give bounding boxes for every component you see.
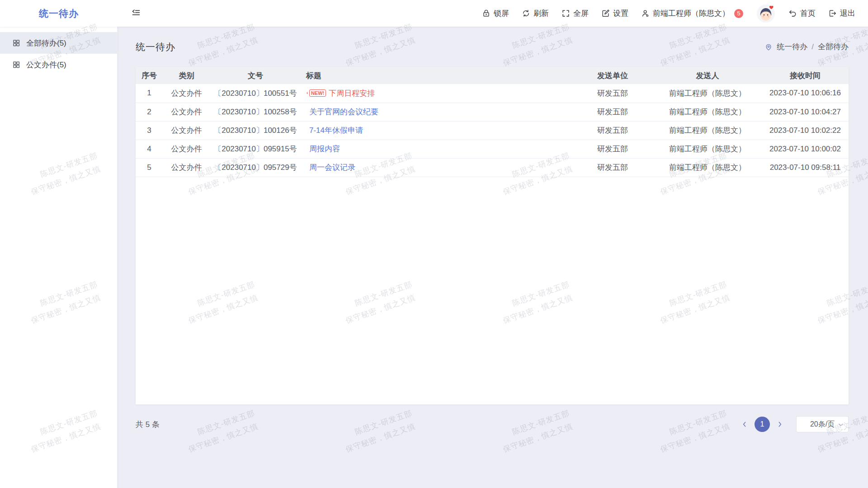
sidebar-item-label: 全部待办(5) xyxy=(26,38,66,48)
cell-time: 2023-07-10 10:00:02 xyxy=(762,140,849,158)
logout-icon xyxy=(828,9,837,18)
doc-title-link[interactable]: 下周日程安排 xyxy=(329,89,375,98)
table-row[interactable]: 5 公文办件 〔20230710〕095729号 周一会议记录 研发五部 前端工… xyxy=(136,158,849,177)
sidebar-item-official-docs[interactable]: 公文办件(5) xyxy=(0,54,117,75)
cell-no: 4 xyxy=(136,140,163,158)
column-header-title: 标题 xyxy=(301,67,572,84)
refresh-icon xyxy=(522,9,530,18)
cell-unit: 研发五部 xyxy=(572,158,653,177)
sidebar: 全部待办(5) 公文办件(5) xyxy=(0,27,118,488)
cell-category: 公文办件 xyxy=(163,140,210,158)
cell-sender: 前端工程师（陈思文） xyxy=(653,103,762,121)
table-row[interactable]: 1 公文办件 〔20230710〕100551号 NEW!下周日程安排 研发五部… xyxy=(136,84,849,103)
lock-icon xyxy=(482,9,491,18)
cell-doc-no: 〔20230710〕095915号 xyxy=(210,140,301,158)
pagination: 1 20条/页 xyxy=(741,416,849,432)
notification-badge: 5 xyxy=(734,9,743,18)
logout-label: 退出 xyxy=(840,8,855,19)
menu-fold-icon xyxy=(131,9,141,18)
current-page[interactable]: 1 xyxy=(755,417,770,432)
fullscreen-icon xyxy=(561,9,570,18)
app-logo: 统一待办 xyxy=(0,7,118,20)
home-button[interactable]: 首页 xyxy=(788,8,816,19)
breadcrumb-item[interactable]: 统一待办 xyxy=(777,42,807,52)
cell-doc-no: 〔20230710〕095729号 xyxy=(210,158,301,177)
table-row[interactable]: 3 公文办件 〔20230710〕100126号 7-14年休假申请 研发五部 … xyxy=(136,121,849,140)
lock-screen-label: 锁屏 xyxy=(494,8,509,19)
cell-doc-no: 〔20230710〕100126号 xyxy=(210,121,301,140)
cell-category: 公文办件 xyxy=(163,121,210,140)
header-actions: 锁屏 刷新 全屏 xyxy=(482,4,868,23)
breadcrumb-separator: / xyxy=(811,42,814,52)
cell-unit: 研发五部 xyxy=(572,140,653,158)
chevron-right-icon xyxy=(776,421,783,428)
refresh-button[interactable]: 刷新 xyxy=(522,8,549,19)
home-label: 首页 xyxy=(800,8,816,19)
cell-time: 2023-07-10 09:58:11 xyxy=(762,158,849,177)
settings-label: 设置 xyxy=(613,8,628,19)
grid-icon xyxy=(12,39,20,47)
cell-time: 2023-07-10 10:02:22 xyxy=(762,121,849,140)
cell-sender: 前端工程师（陈思文） xyxy=(653,140,762,158)
chevron-down-icon xyxy=(838,422,844,428)
location-pin-icon xyxy=(764,43,773,51)
breadcrumb: 统一待办 / 全部待办 xyxy=(764,42,849,52)
doc-title-link[interactable]: 关于官网的会议纪要 xyxy=(309,108,378,116)
table-row[interactable]: 4 公文办件 〔20230710〕095915号 周报内容 研发五部 前端工程师… xyxy=(136,140,849,158)
page-head: 统一待办 统一待办 / 全部待办 xyxy=(136,27,849,67)
cell-sender: 前端工程师（陈思文） xyxy=(653,84,762,103)
doc-title-link[interactable]: 7-14年休假申请 xyxy=(309,126,363,135)
table-row[interactable]: 2 公文办件 〔20230710〕100258号 关于官网的会议纪要 研发五部 … xyxy=(136,103,849,121)
refresh-label: 刷新 xyxy=(533,8,549,19)
cell-no: 3 xyxy=(136,121,163,140)
user-menu[interactable]: 前端工程师（陈思文） 5 xyxy=(641,8,743,19)
cell-category: 公文办件 xyxy=(163,84,210,103)
cell-sender: 前端工程师（陈思文） xyxy=(653,121,762,140)
back-home-icon xyxy=(788,9,797,18)
cell-no: 2 xyxy=(136,103,163,121)
cell-time: 2023-07-10 10:06:16 xyxy=(762,84,849,103)
column-header-sender: 发送人 xyxy=(653,67,762,84)
grid-icon xyxy=(12,61,20,69)
menu-fold-button[interactable] xyxy=(131,9,141,18)
cell-unit: 研发五部 xyxy=(572,84,653,103)
sidebar-item-label: 公文办件(5) xyxy=(26,60,66,70)
column-header-no: 序号 xyxy=(136,67,163,84)
new-badge: NEW! xyxy=(309,89,326,97)
settings-button[interactable]: 设置 xyxy=(601,8,628,19)
table-footer: 共 5 条 1 20条/页 xyxy=(136,404,849,444)
fullscreen-button[interactable]: 全屏 xyxy=(561,8,589,19)
column-header-category: 类别 xyxy=(163,67,210,84)
top-header: 统一待办 锁屏 刷新 xyxy=(0,0,868,27)
cell-category: 公文办件 xyxy=(163,103,210,121)
logout-button[interactable]: 退出 xyxy=(828,8,855,19)
cell-title: 关于官网的会议纪要 xyxy=(301,103,572,121)
page-title: 统一待办 xyxy=(136,41,175,53)
cell-title: 周一会议记录 xyxy=(301,158,572,177)
column-header-unit: 发送单位 xyxy=(572,67,653,84)
total-count: 共 5 条 xyxy=(136,419,160,430)
prev-page-button[interactable] xyxy=(741,421,748,428)
lock-screen-button[interactable]: 锁屏 xyxy=(482,8,509,19)
doc-title-link[interactable]: 周报内容 xyxy=(309,145,340,153)
todo-table-card: 序号 类别 文号 标题 发送单位 发送人 接收时间 1 公文办件 〔202307… xyxy=(136,67,849,404)
main-content: 统一待办 统一待办 / 全部待办 序号 类别 文号 标题 xyxy=(118,27,868,488)
doc-title-link[interactable]: 周一会议记录 xyxy=(309,163,355,172)
cell-title: 周报内容 xyxy=(301,140,572,158)
cell-title: 7-14年休假申请 xyxy=(301,121,572,140)
cell-sender: 前端工程师（陈思文） xyxy=(653,158,762,177)
chevron-left-icon xyxy=(741,421,748,428)
column-header-doc-no: 文号 xyxy=(210,67,301,84)
cell-no: 5 xyxy=(136,158,163,177)
cell-doc-no: 〔20230710〕100551号 xyxy=(210,84,301,103)
next-page-button[interactable] xyxy=(776,421,783,428)
page-size-select[interactable]: 20条/页 xyxy=(796,416,849,432)
cell-unit: 研发五部 xyxy=(572,103,653,121)
user-avatar[interactable] xyxy=(756,4,776,23)
user-name: 前端工程师（陈思文） xyxy=(653,8,730,19)
cell-time: 2023-07-10 10:04:27 xyxy=(762,103,849,121)
todo-table: 序号 类别 文号 标题 发送单位 发送人 接收时间 1 公文办件 〔202307… xyxy=(136,67,849,177)
cell-unit: 研发五部 xyxy=(572,121,653,140)
page-size-value: 20条/页 xyxy=(810,420,835,429)
sidebar-item-all-todo[interactable]: 全部待办(5) xyxy=(0,32,117,54)
